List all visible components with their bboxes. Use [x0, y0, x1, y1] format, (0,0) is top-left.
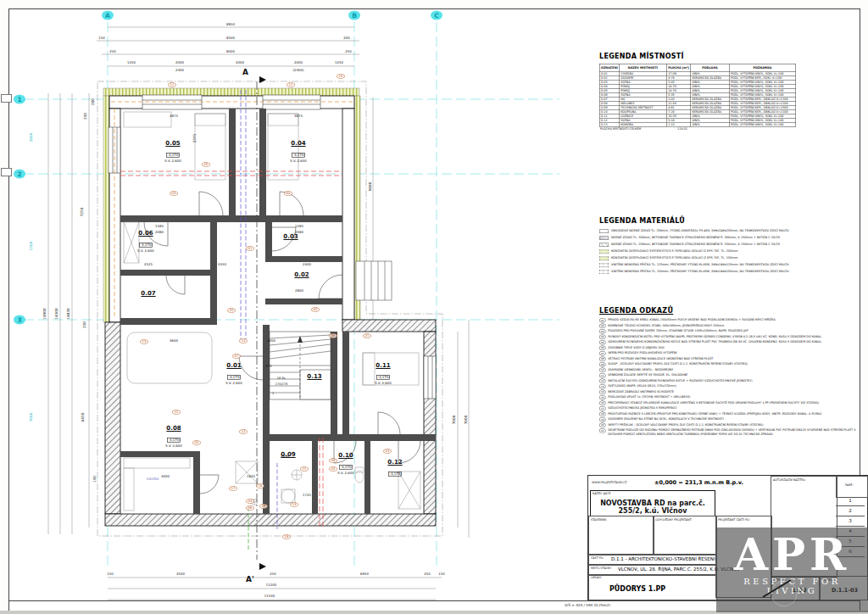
reference-number: 05	[599, 340, 606, 345]
dimension-label: 11500	[264, 594, 275, 598]
dimension-label: 1585	[295, 225, 303, 228]
legend-material-item: NOSNÉ ZDIVO TL. 250mm, BETONOVÉ TVÁRNICE…	[599, 243, 868, 247]
table-row: 0.06 ŠATNA 5.35 VINYL PODL. VYTÁPĚNÍ:VIN…	[599, 92, 796, 97]
stavebnik-cell: STAVEBNÍK:	[588, 516, 654, 555]
table-row: 0.11 LOŽNICE 15.35 VINYL PODL. VYTÁPĚNÍ:…	[599, 114, 796, 118]
room-label-0-06: 0.06 -3,170 S.V. 2,600	[131, 231, 160, 255]
odpovedny-cell: ODPOVĚDNÝ PROJEKTANT:	[653, 516, 717, 555]
dimension-label: 200	[92, 98, 96, 105]
reference-number: 21	[599, 428, 606, 433]
legend-material-item: KONTAKTNÍ ZATEPLOVACÍ SYSTÉM ETICS S TEP…	[599, 249, 868, 254]
legend-reference-item: 09 SLOUP - OCELOVÝ VÁLCOVANÝ PROFIL DLE …	[599, 362, 862, 367]
ref-bubble: 08	[329, 333, 337, 338]
ref-bubble: 13	[140, 339, 147, 344]
dimension-label: 250	[270, 572, 275, 576]
dimension-label: 14500	[55, 308, 59, 319]
obsah-cell: OBSAH: PŮDORYS 1.PP	[588, 574, 717, 600]
reference-number: 04	[599, 335, 606, 340]
ref-bubble: 20	[227, 308, 235, 313]
dimension-label: 1825	[247, 475, 255, 478]
room-label-0-12: 0.12 -3,170	[385, 460, 406, 480]
stair-riser-label: 176/278	[275, 382, 288, 386]
room-label-0-09: 0.09	[281, 452, 295, 458]
reference-number: 09	[599, 362, 606, 367]
ref-bubble: 19	[259, 504, 267, 509]
ref-bubble: 05	[192, 440, 200, 445]
room-label-0-01: 0.01 -3,170 S.V. 2,600	[219, 363, 248, 388]
table-row: 0.01 CHODBA 17.09 VINYL PODL. VYTÁPĚNÍ:V…	[599, 71, 796, 75]
material-swatch	[599, 271, 609, 275]
dimension-label: 9600	[369, 182, 373, 192]
ref-bubble: 03	[170, 191, 177, 196]
col-header: OZNAČENÍ	[599, 64, 619, 71]
col-header: NÁZEV MÍSTNOSTI	[620, 64, 667, 71]
reference-number: 15	[599, 395, 606, 400]
legend-reference-item: 01 PŘÍVOD VZDUCHU KE KRBU, KANÁL 150x50m…	[599, 318, 862, 323]
dimension-label: 1250	[127, 61, 136, 64]
ref-bubble: 15	[172, 410, 180, 415]
legend-reference-item: 15 PODLAHOVÁ VPUSŤ 2x (TECHN. MÍSTNOST +…	[599, 395, 862, 400]
reference-number: 16	[599, 401, 606, 406]
ref-bubble: 07	[232, 354, 240, 359]
sauna-label: SAUNA	[147, 477, 159, 482]
table-row: 0.03 ŠATNA 3.43 VINYL PODL. VYTÁPĚNÍ:VIN…	[599, 80, 796, 84]
dimension-label: 2300	[175, 69, 184, 72]
dimension-label: 14900	[43, 308, 47, 319]
reference-number: 17	[599, 406, 606, 411]
dimension-label: 3200	[267, 339, 275, 343]
pare-number: 1	[836, 496, 865, 506]
material-swatch	[599, 243, 609, 248]
reference-number: 06	[599, 346, 606, 351]
reference-number: 12	[599, 379, 606, 384]
table-row: 0.04 POKOJ 14.70 VINYL PODL. VYTÁPĚNÍ:VI…	[599, 84, 796, 88]
room-label-0-11: 0.11 -3,170 S.V. 2,600	[368, 363, 398, 388]
reference-number: 03	[599, 329, 606, 334]
room-label-0-02: 0.02	[294, 272, 309, 278]
legend-reference-item: 18 PROSTUPOVÁ PAŽNICE S LÍMCEM (PROSTUP …	[599, 412, 862, 417]
table-row: 0.05 POKOJ 14.70 VINYL PODL. VYTÁPĚNÍ:VI…	[599, 88, 796, 92]
reference-number: 19	[599, 417, 606, 422]
dimension-label: 6950	[360, 572, 369, 576]
legend-rooms: LEGENDA MÍSTNOSTÍ OZNAČENÍ NÁZEV MÍSTNOS…	[599, 53, 862, 198]
room-label-0-10: 0.10 -3,170 S.V. 2,600	[331, 453, 360, 477]
dimension-label: 150	[93, 476, 97, 483]
legend-material-item: NOSNÉ ZDIVO TL. 300mm, BETONOVÉ TVÁRNICE…	[599, 236, 868, 240]
legend-reference-item: 06 ZÁSOBNÍK TEPLÉ VODY O OBJEMU 150l	[599, 346, 862, 351]
legend-reference-item: 11 VENKOVNÍ ŽALUZIE SKRYTÉ VE FASÁDĚ, EL…	[599, 373, 862, 378]
legend-reference-item: 17 VZDUCHOTECHNICKÁ JEDNOTKA S REKUPERAC…	[599, 406, 862, 411]
dimension-label: 14830	[67, 308, 71, 319]
ref-bubble: 11	[287, 82, 294, 87]
staircase	[270, 332, 331, 399]
reference-number: 10	[599, 368, 606, 373]
entrance-steps	[356, 261, 392, 300]
material-swatch	[599, 257, 609, 261]
legend-reference-item: 20 SKRYTÝ PRŮVLAK - OCELOVÝ VÁLCOVANÝ PR…	[599, 423, 862, 428]
ref-bubble: 17	[229, 486, 236, 491]
room-label-0-05: 0.05 -3,170 S.V. 2,600	[158, 141, 187, 165]
material-swatch	[599, 237, 609, 241]
drawing-title: PŮDORYS 1.PP	[609, 585, 665, 593]
ref-bubble: 18	[282, 534, 290, 539]
reference-number: 07	[599, 351, 606, 356]
dimension-label: 200	[343, 36, 349, 40]
room-label-0-08: 0.08 -3,170 S.V. 2,600	[159, 426, 188, 450]
dimension-label: 150	[98, 36, 104, 40]
reference-number: 08	[599, 357, 606, 362]
legend-reference-item: 14 NEREZOVÉ ZÁBRADLÍ VNITŘNÍHO SCHODIŠTĚ	[599, 390, 862, 395]
pare-number: 3	[836, 516, 865, 527]
legend-rooms-table: OZNAČENÍ NÁZEV MÍSTNOSTI PLOCHA [m²] POD…	[599, 64, 796, 127]
dimension-label: 250	[345, 50, 351, 53]
legend-reference-item: 02 KOMÍNOVÉ TĚLESO SCHIEDEL STABIL 360x3…	[599, 324, 862, 329]
dimension-label: 2400	[303, 263, 311, 266]
reference-number: 02	[599, 324, 606, 329]
dimension-label: 3600	[170, 339, 178, 343]
legend-reference-item: 04 PLYNOVÝ KONDENZAČNÍ KOTEL PRO VYTÁPĚN…	[599, 335, 862, 340]
dimension-label: 1585	[155, 225, 164, 228]
section-marker-a: A	[242, 68, 248, 76]
dimension-label: 250	[83, 321, 87, 328]
floor-plan: A B C 1 2 3 A A' 8850 150 8500 200 250 8…	[0, 0, 585, 602]
dimension-label: 7000	[30, 413, 34, 422]
dimension-label: 250	[109, 50, 115, 53]
material-swatch	[599, 264, 609, 268]
stair-steps-label: 18 St.	[277, 377, 286, 380]
